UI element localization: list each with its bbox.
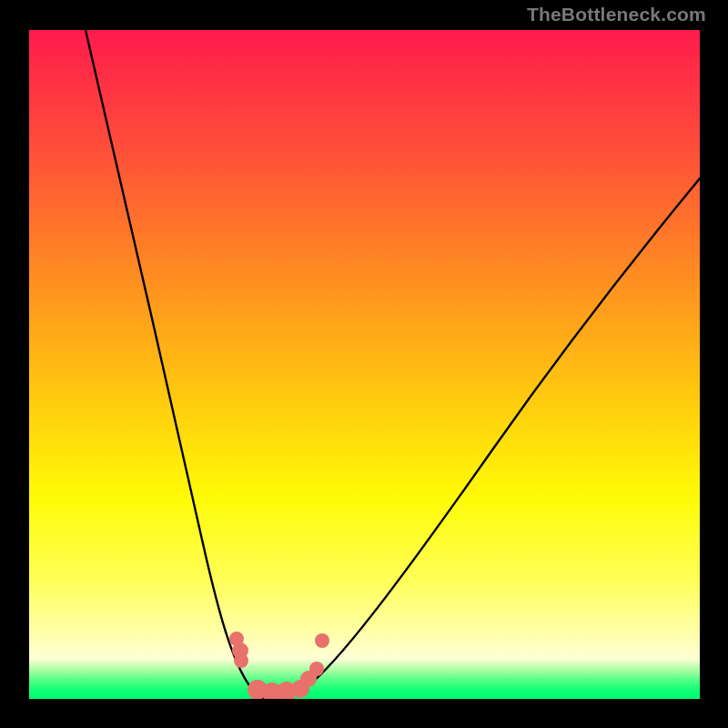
watermark-text: TheBottleneck.com [527,4,706,25]
data-marker [234,653,248,668]
plot-area [29,30,700,699]
chart-frame: TheBottleneck.com [0,0,728,728]
background-gradient [29,30,700,699]
data-marker [315,633,329,648]
data-marker [309,662,324,676]
